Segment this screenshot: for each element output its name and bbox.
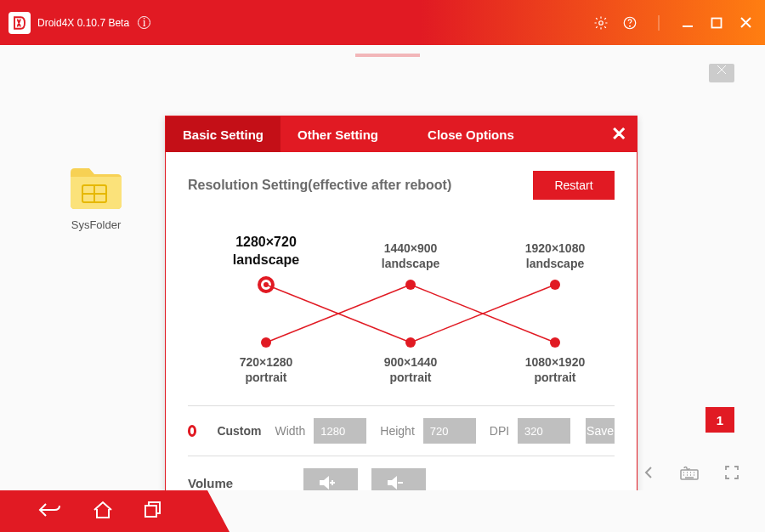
dialog-close-button[interactable]: ✕ [601, 116, 637, 152]
height-label: Height [380, 424, 414, 438]
settings-dialog: Basic Setting Other Setting Close Option… [165, 116, 638, 513]
tab-other-setting[interactable]: Other Setting [280, 116, 395, 152]
keyboard-icon[interactable] [680, 465, 699, 484]
app-logo [8, 12, 31, 34]
minimize-button[interactable] [677, 12, 699, 34]
back-button[interactable] [37, 500, 63, 524]
app-title: Droid4X 0.10.7 Beta [37, 17, 129, 29]
width-label: Width [275, 424, 306, 438]
custom-resolution-row: Custom Width Height DPI Save [188, 418, 615, 444]
help-icon[interactable] [619, 12, 641, 34]
folder-label: SysFolder [64, 218, 128, 231]
titlebar: Droid4X 0.10.7 Beta i [0, 0, 765, 45]
fullscreen-icon[interactable] [724, 465, 740, 484]
custom-label: Custom [217, 424, 261, 438]
custom-radio[interactable] [188, 425, 196, 437]
dialog-tabs: Basic Setting Other Setting Close Option… [166, 116, 637, 152]
svg-point-0 [599, 20, 604, 25]
tab-close-options[interactable]: Close Options [411, 116, 531, 152]
svg-rect-23 [145, 506, 156, 517]
settings-icon[interactable] [590, 12, 612, 34]
svg-rect-5 [712, 18, 722, 27]
bottom-right-controls [643, 465, 740, 484]
restart-button[interactable]: Restart [533, 171, 615, 200]
maximize-button[interactable] [706, 12, 728, 34]
background-tab-indicator [355, 54, 420, 57]
info-icon[interactable]: i [138, 16, 150, 29]
home-button[interactable] [92, 500, 114, 524]
resolution-1440x900-landscape[interactable]: 1440×900landscape [360, 241, 462, 271]
width-input[interactable] [314, 418, 366, 444]
tab-basic-setting[interactable]: Basic Setting [166, 116, 280, 152]
resolution-1280x720-landscape[interactable]: 1280×720landscape [215, 234, 317, 269]
recent-apps-button[interactable] [143, 500, 163, 524]
resolution-grid: 1280×720landscape 1440×900landscape 1920… [188, 215, 615, 393]
resolution-720x1280-portrait[interactable]: 720×1280portrait [215, 354, 317, 385]
divider [648, 12, 670, 34]
close-button[interactable] [734, 12, 756, 34]
mail-icon[interactable] [709, 64, 734, 82]
main-area: SysFolder 1 Basic Setting Other Setting … [0, 45, 765, 490]
volume-label: Volume [188, 476, 290, 490]
folder-icon [69, 164, 123, 212]
save-button[interactable]: Save [586, 418, 615, 444]
height-input[interactable] [423, 418, 476, 444]
dock [0, 490, 230, 532]
svg-point-2 [630, 25, 631, 26]
prev-icon[interactable] [643, 465, 654, 484]
resolution-heading: Resolution Setting(effective after reboo… [188, 178, 451, 193]
resolution-1080x1920-portrait[interactable]: 1080×1920portrait [504, 354, 606, 385]
dpi-input[interactable] [518, 418, 570, 444]
dpi-label: DPI [490, 424, 509, 438]
resolution-900x1440-portrait[interactable]: 900×1440portrait [360, 354, 462, 385]
desktop-folder[interactable]: SysFolder [64, 164, 128, 231]
resolution-1920x1080-landscape[interactable]: 1920×1080landscape [504, 241, 606, 271]
notification-badge[interactable]: 1 [706, 407, 734, 433]
